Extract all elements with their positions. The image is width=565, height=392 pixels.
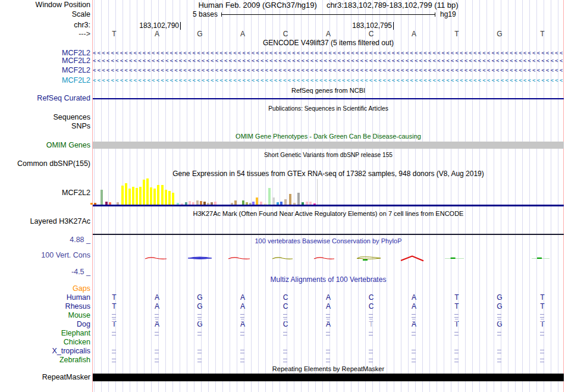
scale-ruler-right-tick (435, 12, 435, 17)
multiz-unalignable-mark (283, 314, 287, 318)
conservation-mark (401, 256, 423, 261)
gtex-bar[interactable] (153, 189, 156, 205)
repeatmasker-label[interactable]: RepeatMasker (0, 374, 90, 381)
multiz-unalignable-mark (454, 359, 459, 362)
multiz-base: C (264, 303, 307, 311)
conservation-min-label: -4.5 _ (0, 268, 90, 276)
conservation-mark (145, 258, 167, 259)
multiz-species-label-human[interactable]: Human (0, 294, 90, 302)
repeatmasker-element-bar[interactable] (93, 374, 564, 381)
multiz-unalignable-mark (454, 332, 459, 335)
multiz-species-label-chicken[interactable]: Chicken (0, 338, 90, 346)
gtex-bar[interactable] (284, 199, 287, 205)
gencode-transcript-arrows[interactable]: <<<<<<<<<<<<<<<<<<<<<<<<<<<<<<<<<<<<<<<<… (93, 49, 564, 57)
gtex-bar[interactable] (161, 185, 164, 205)
multiz-unalignable-mark (283, 359, 287, 362)
sequence-base: G (178, 30, 221, 38)
multiz-gap-mark (498, 319, 501, 322)
conservation-mark (357, 257, 381, 259)
gtex-bar[interactable] (168, 191, 171, 205)
gtex-bar[interactable] (150, 187, 152, 205)
layered-h3k27ac-label[interactable]: Layered H3K27Ac (0, 218, 90, 225)
gencode-track-title: GENCODE V49lift37 (5 items filtered out) (93, 39, 564, 46)
gencode-transcript-arrows[interactable]: <<<<<<<<<<<<<<<<<<<<<<<<<<<<<<<<<<<<<<<<… (93, 77, 564, 84)
gtex-bar[interactable] (196, 200, 199, 205)
h3k27ac-baseline (93, 234, 564, 235)
conservation-max-label: 4.88 _ (0, 236, 90, 244)
chrom-label: chr3: (0, 21, 90, 29)
multiz-gap-mark (412, 319, 415, 322)
gtex-bar[interactable] (157, 185, 159, 205)
gtex-bar[interactable] (272, 197, 275, 205)
gtex-bar[interactable] (297, 193, 300, 205)
h3k27ac-track-title: H3K27Ac Mark (Often Found Near Active Re… (93, 210, 564, 217)
gencode-transcript-label[interactable]: MCF2L2 (0, 77, 90, 84)
gencode-transcript-arrows[interactable]: <<<<<<<<<<<<<<<<<<<<<<<<<<<<<<<<<<<<<<<<… (93, 67, 564, 74)
multiz-unalignable-mark (197, 332, 202, 335)
gtex-bar[interactable] (132, 187, 134, 205)
multiz-species-label-zebrafish[interactable]: Zebrafish (0, 356, 90, 364)
omim-gene-bar[interactable] (93, 142, 564, 149)
gtex-bar[interactable] (172, 193, 174, 205)
multiz-base: T (521, 303, 564, 311)
ruler-tick-label: 183,102,795 (320, 22, 392, 30)
multiz-species-label-mouse[interactable]: Mouse (0, 312, 90, 319)
multiz-base: A (136, 303, 178, 311)
multiz-species-label-rhesus[interactable]: Rhesus (0, 303, 90, 311)
multiz-unalignable-mark (326, 350, 330, 353)
multiz-unalignable-mark (540, 332, 544, 335)
multiz-unalignable-mark (112, 314, 116, 318)
gtex-bar[interactable] (128, 189, 131, 205)
gtex-bar[interactable] (136, 188, 138, 205)
gencode-transcript-arrows[interactable]: <<<<<<<<<<<<<<<<<<<<<<<<<<<<<<<<<<<<<<<<… (93, 57, 564, 64)
refseq-gene-line[interactable] (93, 98, 564, 99)
multiz-unalignable-mark (240, 332, 244, 335)
scale-ruler-left-tick (221, 12, 222, 17)
multiz-unalignable-mark (412, 314, 416, 318)
conservation-wiggle-plot[interactable] (93, 253, 564, 264)
strand-direction-label: ---> (0, 30, 90, 38)
multiz-species-label-x_tropicalis[interactable]: X_tropicalis (0, 347, 90, 355)
multiz-track-title: Multiz Alignments of 100 Vertebrates (93, 276, 564, 283)
gtex-bar[interactable] (143, 180, 145, 205)
multiz-species-label-elephant[interactable]: Elephant (0, 330, 90, 337)
multiz-unalignable-mark (326, 332, 330, 335)
gtex-bar[interactable] (165, 190, 167, 205)
multiz-unalignable-mark (497, 350, 501, 353)
sequences-label[interactable]: Sequences (0, 114, 90, 121)
multiz-base: C (350, 294, 393, 302)
gtex-bar[interactable] (234, 200, 237, 205)
multiz-species-label-dog[interactable]: Dog (0, 321, 90, 328)
conservation-track-label[interactable]: 100 Vert. Cons (0, 252, 90, 259)
multiz-unalignable-mark (155, 314, 159, 318)
multiz-unalignable-mark (540, 359, 544, 362)
gtex-bar[interactable] (125, 183, 127, 205)
gtex-bar[interactable] (101, 190, 103, 205)
gtex-bar[interactable] (121, 186, 124, 205)
gtex-bar[interactable] (242, 200, 244, 205)
multiz-unalignable-mark (369, 332, 373, 335)
multiz-gap-mark (327, 319, 329, 322)
assembly-short-label: hg19 (440, 11, 456, 18)
gtex-bar[interactable] (146, 178, 149, 205)
omim-genes-label[interactable]: OMIM Genes (0, 142, 90, 149)
refseq-curated-label[interactable]: RefSeq Curated (0, 95, 90, 102)
multiz-unalignable-mark (454, 314, 459, 318)
gtex-gene-label[interactable]: MCF2L2 (0, 189, 90, 197)
assembly-name: Human Feb. 2009 (GRCh37/hg19) (198, 1, 316, 10)
multiz-base: T (521, 294, 564, 302)
multiz-unalignable-mark (412, 332, 416, 335)
multiz-base: G (178, 303, 221, 311)
gtex-bar[interactable] (289, 194, 291, 205)
gtex-bar[interactable] (268, 188, 271, 205)
ruler-tick-label: 183,102,790 (107, 22, 179, 30)
snps-label[interactable]: SNPs (0, 123, 90, 130)
multiz-unalignable-mark (412, 350, 416, 353)
multiz-species-label-gaps[interactable]: Gaps (0, 285, 90, 293)
common-dbsnp-label[interactable]: Common dbSNP(155) (0, 160, 90, 168)
conservation-track-title: 100 vertebrates Basewise Conservation by… (93, 237, 564, 244)
gencode-transcript-label[interactable]: MCF2L2 (0, 67, 90, 74)
gencode-transcript-label[interactable]: MCF2L2 (0, 57, 90, 65)
gtex-bar[interactable] (256, 197, 258, 205)
gtex-bar[interactable] (139, 187, 142, 205)
